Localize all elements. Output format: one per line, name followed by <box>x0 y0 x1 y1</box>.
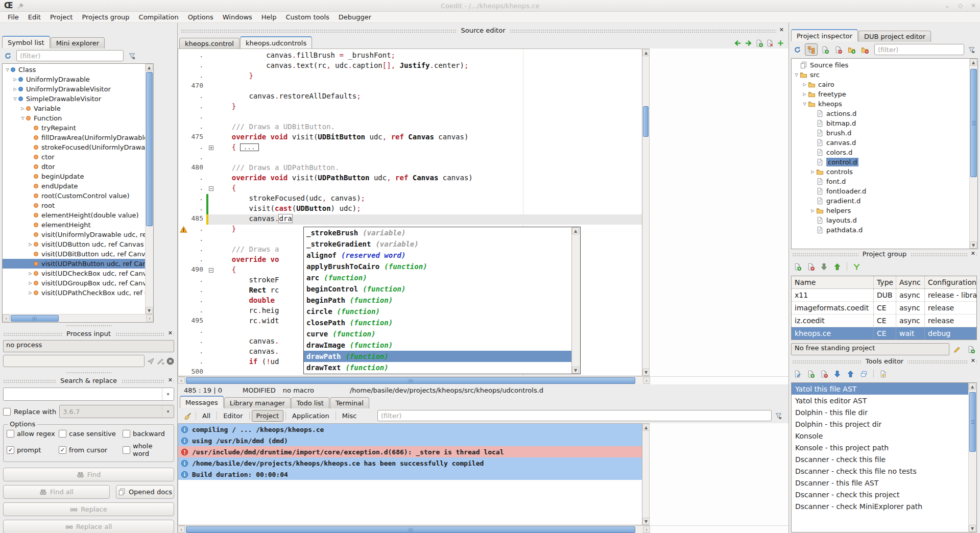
close-icon[interactable]: ✕ <box>968 357 976 364</box>
tab-symbol-list[interactable]: Symbol list <box>2 36 50 48</box>
scroll-down-icon[interactable]: ▼ <box>572 367 579 374</box>
column-header-configuration[interactable]: Configuration <box>924 276 976 288</box>
move-up-button[interactable] <box>831 261 843 272</box>
replace-with-checkbox[interactable] <box>3 408 11 416</box>
scrollbar-thumb[interactable] <box>969 392 976 452</box>
code-line[interactable]: . canvas.text(rc, udc.caption[], Justify… <box>178 61 642 71</box>
tool-item-dscanner-check-this-file-no-tests[interactable]: Dscanner - check this file no tests <box>792 465 968 477</box>
code-line[interactable]: . } <box>178 102 642 112</box>
scrollbar-thumb[interactable] <box>146 72 153 226</box>
checkbox-checked[interactable]: ✓ <box>7 446 14 454</box>
checkbox-unchecked[interactable] <box>59 430 66 438</box>
filter-project[interactable]: Project <box>252 410 283 422</box>
completion-item-drawimage[interactable]: drawImage(function) <box>304 340 571 351</box>
file-item-kheops[interactable]: ▽kheops <box>792 99 969 109</box>
clear-messages-icon[interactable] <box>184 412 192 420</box>
button-find[interactable]: Find <box>3 468 174 481</box>
splitter-handle[interactable] <box>0 370 177 376</box>
symbol-item-visit-udgroupbox-udc-ref-canvas-c[interactable]: ▷visit(UDGroupBox udc, ref Canvas c <box>3 278 145 288</box>
tab-todo-list[interactable]: Todo list <box>291 397 329 408</box>
code-line[interactable]: . } <box>178 71 642 82</box>
scrollbar-thumb[interactable] <box>186 377 635 384</box>
scroll-up-icon[interactable]: ▲ <box>642 424 650 431</box>
table-row-x11[interactable]: x11DUBasyncrelease - library <box>792 289 976 302</box>
file-item-brush-d[interactable]: brush.d <box>792 128 969 138</box>
refresh-icon[interactable] <box>2 50 14 61</box>
symbol-item-strokefocused-uniformlydrawable[interactable]: strokeFocused(UniformlyDrawable <box>3 142 145 152</box>
file-item-freetype[interactable]: ▷freetype <box>792 89 969 99</box>
scroll-down-icon[interactable]: ▼ <box>146 307 153 314</box>
message-row[interactable]: /usr/include/dmd/druntime/import/core/ex… <box>178 446 642 457</box>
filter-misc[interactable]: Misc <box>338 410 361 421</box>
editor-tab-kheops-control[interactable]: kheops.control <box>179 38 240 49</box>
scroll-down-icon[interactable]: ▼ <box>970 241 977 249</box>
chevron-closed-icon[interactable]: ▷ <box>12 87 18 91</box>
menu-help[interactable]: Help <box>257 12 281 22</box>
symbol-item-visit-udbutton-udc-ref-canvas-can[interactable]: ▷visit(UDButton udc, ref Canvas can <box>3 239 145 249</box>
close-icon[interactable]: ✕ <box>165 376 174 383</box>
file-item-bitmap-d[interactable]: bitmap.d <box>792 118 969 128</box>
chevron-open-icon[interactable]: ▽ <box>793 72 800 77</box>
checkbox-unchecked[interactable] <box>123 446 130 454</box>
fold-toggle-icon[interactable]: + <box>209 146 213 150</box>
tab-library-manager[interactable]: Library manager <box>224 397 291 408</box>
completion-item-alignof[interactable]: alignof(reserved word) <box>304 250 571 261</box>
chevron-closed-icon[interactable]: ▷ <box>27 281 34 285</box>
tool-item-dscanner-check-this-project[interactable]: Dscanner - check this project <box>792 489 968 500</box>
symbol-item-elementheight-double-value[interactable]: elementHeight(double value) <box>3 210 145 220</box>
file-item-font-d[interactable]: font.d <box>792 177 969 186</box>
code-line[interactable]: . override void visit(UDPathButton udc, … <box>178 174 642 184</box>
tool-item-yatol-this-editor-ast[interactable]: Yatol this editor AST <box>792 395 968 406</box>
completion-item-arc[interactable]: arc(function) <box>304 272 571 283</box>
message-row[interactable]: using /usr/bin/dmd (dmd) <box>178 435 642 446</box>
scrollbar-thumb[interactable] <box>970 69 977 177</box>
branch-button[interactable] <box>851 261 863 272</box>
symbol-item-root-customcontrol-value[interactable]: root(CustomControl value) <box>3 191 145 201</box>
arrow-down-button[interactable] <box>831 368 843 379</box>
option-backward[interactable]: backward <box>123 430 171 438</box>
page-remove-button[interactable] <box>818 368 830 379</box>
chevron-open-icon[interactable]: ▽ <box>4 67 11 72</box>
menu-project[interactable]: Project <box>45 12 77 22</box>
menu-projects-group[interactable]: Projects group <box>77 12 134 22</box>
chevron-closed-icon[interactable]: ▷ <box>27 242 34 247</box>
completion-item-drawtext[interactable]: drawText(function) <box>304 362 571 373</box>
file-item-gradient-d[interactable]: gradient.d <box>792 196 969 206</box>
scrollbar-thumb[interactable] <box>643 106 649 137</box>
symbol-item-visit-udcheckbox-udc-ref-canvas[interactable]: ▷visit(UDCheckBox udc, ref Canvas <box>3 269 145 278</box>
message-row[interactable]: Build duration: 00:00:04 <box>178 469 642 480</box>
fold-toggle-icon[interactable]: − <box>209 186 213 191</box>
option-from-cursor[interactable]: ✓from cursor <box>59 442 123 457</box>
table-row-kheops-ce[interactable]: kheops.ceCEwaitdebug <box>792 327 976 340</box>
symbol-item-simpledrawablevisitor[interactable]: ▽SimpleDrawableVisitor <box>3 94 145 104</box>
scroll-up-icon[interactable]: ▲ <box>146 64 153 71</box>
tool-item-yatol-this-file-ast[interactable]: Yatol this file AST <box>792 383 968 395</box>
completion-item-closepath[interactable]: closePath(function) <box>304 317 571 328</box>
symbol-item-class[interactable]: ▽Class <box>3 65 145 75</box>
send-icon[interactable] <box>147 357 155 365</box>
process-input-field[interactable] <box>3 355 145 367</box>
maximize-icon[interactable]: ◇ <box>958 2 963 9</box>
tool-item-dscanner-check-miniexplorer-path[interactable]: Dscanner - check MiniExplorer path <box>792 500 968 512</box>
minimize-icon[interactable]: ⌄ <box>945 2 950 9</box>
button-replace-all[interactable]: Replace all <box>3 520 174 533</box>
splitter-handle[interactable] <box>0 323 177 329</box>
scroll-down-icon[interactable]: ▼ <box>642 518 650 525</box>
symbol-item-tryrepaint[interactable]: tryRepaint <box>3 123 145 133</box>
chevron-open-icon[interactable]: ▽ <box>12 96 18 101</box>
menu-options[interactable]: Options <box>183 12 218 22</box>
scrollbar-thumb[interactable] <box>11 315 59 322</box>
code-line[interactable]: . canvas.fillBrush = _brushFont; <box>178 51 642 61</box>
symbol-item-uniformlydrawablevisitor[interactable]: ▷UniformlyDrawableVisitor <box>3 84 145 94</box>
file-item-cairo[interactable]: ▷cairo <box>792 80 969 89</box>
menu-windows[interactable]: Windows <box>218 12 257 22</box>
edit-icon[interactable] <box>953 346 961 353</box>
folder-remove-button[interactable] <box>859 44 871 55</box>
file-item-fontloader-d[interactable]: fontloader.d <box>792 186 969 196</box>
scroll-left-icon[interactable]: ‹ <box>3 314 10 322</box>
symbol-item-filldrawarea-uniformlydrawable-ud[interactable]: fillDrawArea(UniformlyDrawable ud <box>3 133 145 142</box>
page-add-icon[interactable] <box>755 39 763 47</box>
tab-mini-explorer[interactable]: Mini explorer <box>51 37 105 49</box>
file-item-controls[interactable]: ▷controls <box>792 167 969 177</box>
tool-item-dolphin-this-project-dir[interactable]: Dolphin - this project dir <box>792 418 968 430</box>
